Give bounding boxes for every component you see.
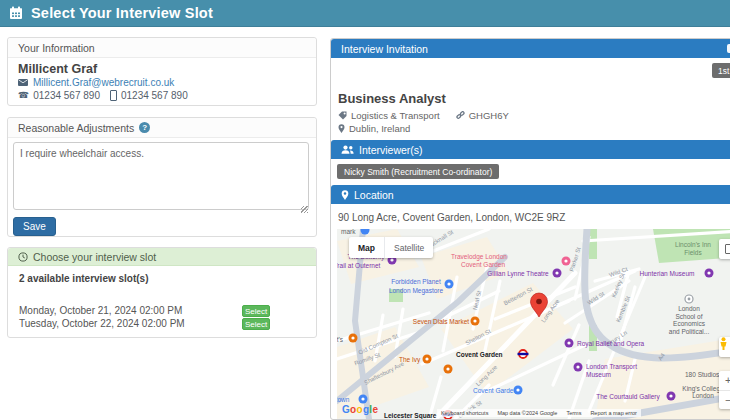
help-icon[interactable]: ? <box>139 122 150 133</box>
zoom-in-button[interactable]: + <box>719 371 730 391</box>
poi-label: Museum <box>586 371 611 378</box>
fullscreen-icon <box>725 244 730 254</box>
interviewers-title: Interviewer(s) <box>359 144 423 156</box>
keyboard-shortcuts-link[interactable]: Keyboard shortcuts <box>441 410 488 416</box>
location-title: Location <box>354 189 394 201</box>
poi-label: and Political... <box>669 328 710 335</box>
terms-link[interactable]: Terms <box>566 410 581 416</box>
university-icon[interactable] <box>685 295 693 303</box>
envelope-icon <box>18 79 28 86</box>
map-type-control: Map Satellite <box>349 237 433 258</box>
shopping-icon[interactable] <box>359 395 368 404</box>
theatre-icon[interactable] <box>565 339 574 348</box>
invitation-header: Interview Invitation <box>331 39 730 58</box>
your-information-card: Your Information Millicent Graf Millicen… <box>7 37 317 106</box>
job-sector: Logistics & Transport <box>351 110 440 121</box>
textarea-resize-handle[interactable] <box>301 206 308 213</box>
gallery-icon[interactable] <box>667 392 676 401</box>
location-header: Location <box>331 185 730 204</box>
pegman-icon <box>719 337 728 351</box>
map-attribution: Keyboard shortcuts Map data ©2024 Google… <box>437 409 641 417</box>
satellite-button[interactable]: Satellite <box>384 237 433 258</box>
map-button[interactable]: Map <box>349 237 384 258</box>
interviewers-header: Interviewer(s) <box>331 140 730 159</box>
logo-letter: e <box>372 404 378 415</box>
food-icon[interactable] <box>444 365 453 374</box>
food-icon[interactable] <box>471 317 480 326</box>
poi-label: Covent Garden <box>473 387 517 394</box>
slot-picker-header: Choose your interview slot <box>8 248 316 266</box>
your-information-title: Your Information <box>18 42 95 54</box>
calendar-icon <box>9 6 23 20</box>
interviewer-badge: Nicky Smith (Recruitment Co-ordinator) <box>337 164 499 179</box>
poi-label: London Megastore <box>389 287 444 295</box>
clock-icon <box>18 252 28 262</box>
slot-picker-title: Choose your interview slot <box>33 251 156 263</box>
invitation-body: 1st Interview Business Analyst Logistics… <box>331 58 730 140</box>
poi-label: School of <box>675 313 702 320</box>
candidate-mobile: 01234 567 890 <box>121 90 188 101</box>
page-title: Select Your Interview Slot <box>31 5 213 21</box>
underground-roundel-icon <box>518 350 529 358</box>
zoom-out-button[interactable]: − <box>719 391 730 410</box>
save-button[interactable]: Save <box>13 217 56 236</box>
your-information-header: Your Information <box>8 38 316 58</box>
poi-label: tt's <box>337 336 344 343</box>
pegman-button[interactable] <box>719 337 730 357</box>
poi-label: London <box>692 392 714 399</box>
phone-icon: ☎ <box>18 91 29 100</box>
job-city: Dublin, Ireland <box>349 123 410 134</box>
slot-count: 2 available interview slot(s) <box>19 273 149 284</box>
select-slot-1-button[interactable]: Select <box>242 305 270 317</box>
food-icon[interactable] <box>423 355 432 364</box>
interview-address: 90 Long Acre, Covent Garden, London, WC2… <box>338 212 565 223</box>
logo-letter: G <box>342 404 350 415</box>
candidate-email-link[interactable]: Millicent.Graf@webrecruit.co.uk <box>33 77 174 88</box>
poi-label: Covent Garden <box>456 351 503 358</box>
museum-icon[interactable] <box>705 269 714 278</box>
page-header: Select Your Interview Slot <box>0 0 730 27</box>
reasonable-adjustments-header: Reasonable Adjustments ? <box>8 118 316 138</box>
poi-label: Fields <box>684 249 702 256</box>
poi-label: Hunterian Museum <box>640 270 695 277</box>
location-marker-icon <box>341 190 349 200</box>
reasonable-adjustments-card: Reasonable Adjustments ? I require wheel… <box>7 117 317 237</box>
slot-row-2-datetime: Tuesday, October 22, 2024 02:00 PM <box>19 318 185 329</box>
job-reference: GHGH6Y <box>469 110 509 121</box>
poi-label: Economics <box>673 320 706 327</box>
poi-label: Forbidden Planet <box>391 278 441 285</box>
poi-label: Seven Dials Market <box>413 318 470 325</box>
interviewers-body: Nicky Smith (Recruitment Co-ordinator) <box>331 159 730 185</box>
google-map[interactable]: Bucknall St Neal St Betterton St Shelton… <box>337 229 730 419</box>
museum-icon[interactable] <box>574 363 583 372</box>
invitation-title: Interview Invitation <box>341 43 428 55</box>
theatre-icon[interactable] <box>553 269 562 278</box>
zoom-control: + − <box>719 371 730 409</box>
hotel-icon[interactable] <box>562 257 571 266</box>
fullscreen-button[interactable] <box>719 239 730 259</box>
select-slot-2-button[interactable]: Select <box>242 318 270 330</box>
report-error-link[interactable]: Report a map error <box>590 410 636 416</box>
stage-badge: 1st Interview <box>712 63 730 78</box>
shop-icon[interactable] <box>445 280 454 289</box>
tag-icon <box>338 111 347 120</box>
map-data-text: Map data ©2024 Google <box>497 410 557 416</box>
poi-label: atown <box>337 396 350 403</box>
poi-label: Royal Ballet and Opera <box>577 340 645 348</box>
slot-row-1-datetime: Monday, October 21, 2024 02:00 PM <box>19 305 182 316</box>
adjustments-textarea[interactable]: I require wheelchair access. <box>13 142 309 210</box>
users-icon <box>341 145 354 154</box>
google-logo: Google <box>342 404 378 415</box>
poi-label: Lincoln's Inn <box>675 241 711 248</box>
link-icon <box>456 111 465 120</box>
candidate-name: Millicent Graf <box>18 62 97 76</box>
poi-label: Trail at Outernet <box>337 262 381 269</box>
food-icon[interactable] <box>349 334 358 343</box>
poi-label: The Ivy <box>399 356 421 364</box>
mobile-icon <box>110 90 117 101</box>
candidate-phone: 01234 567 890 <box>33 90 100 101</box>
location-body: 90 Long Acre, Covent Garden, London, WC2… <box>331 204 730 420</box>
shop-icon[interactable] <box>514 386 523 395</box>
reasonable-adjustments-title: Reasonable Adjustments <box>18 122 134 134</box>
slot-picker-card: Choose your interview slot 2 available i… <box>7 247 317 338</box>
